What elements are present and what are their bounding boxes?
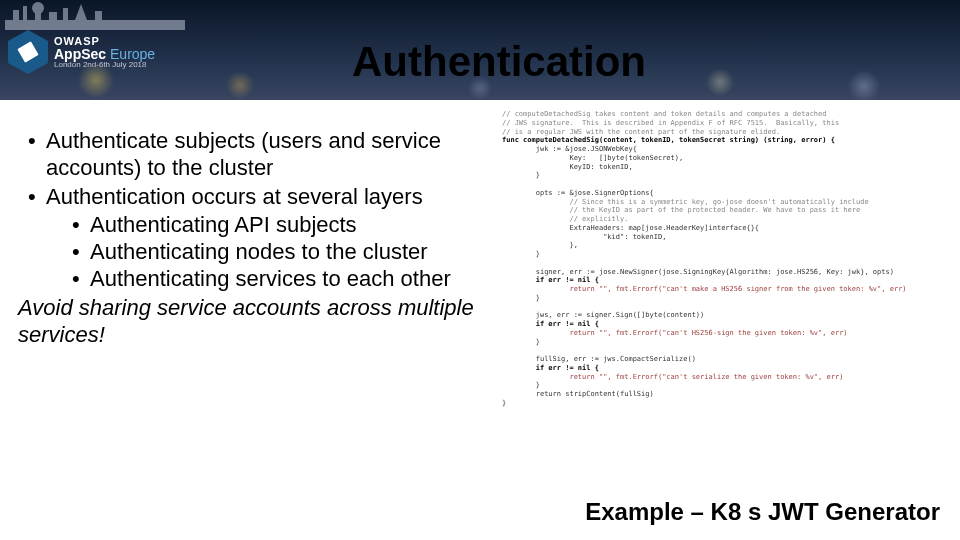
sub-bullet-item: Authenticating services to each other bbox=[46, 266, 492, 293]
svg-rect-6 bbox=[63, 8, 68, 24]
skyline-silhouette bbox=[5, 2, 185, 30]
svg-rect-2 bbox=[23, 6, 27, 24]
content-area: Authenticate subjects (users and service… bbox=[0, 100, 960, 468]
header-banner: OWASP AppSec Europe London 2nd-6th July … bbox=[0, 0, 960, 100]
svg-rect-4 bbox=[35, 8, 41, 24]
svg-rect-1 bbox=[13, 10, 19, 24]
brand-text: OWASP AppSec Europe London 2nd-6th July … bbox=[54, 36, 155, 69]
owasp-logo-icon bbox=[8, 30, 48, 74]
bullet-item: Authentication occurs at several layers … bbox=[18, 184, 492, 293]
svg-rect-8 bbox=[95, 11, 102, 24]
brand-subtitle: London 2nd-6th July 2018 bbox=[54, 61, 155, 69]
example-caption: Example – K8 s JWT Generator bbox=[585, 498, 940, 526]
code-snippet: // computeDetachedSig takes content and … bbox=[502, 110, 942, 450]
page-title: Authentication bbox=[352, 38, 646, 86]
svg-rect-5 bbox=[49, 12, 57, 24]
bullet-column: Authenticate subjects (users and service… bbox=[18, 128, 492, 468]
bullet-item: Authenticate subjects (users and service… bbox=[18, 128, 492, 182]
svg-marker-7 bbox=[75, 4, 87, 20]
sub-bullet-item: Authenticating nodes to the cluster bbox=[46, 239, 492, 266]
code-column: // computeDetachedSig takes content and … bbox=[502, 128, 942, 468]
sub-bullet-item: Authenticating API subjects bbox=[46, 212, 492, 239]
bullet-text: Authentication occurs at several layers bbox=[46, 184, 423, 209]
footnote: Avoid sharing service accounts across mu… bbox=[18, 295, 492, 349]
